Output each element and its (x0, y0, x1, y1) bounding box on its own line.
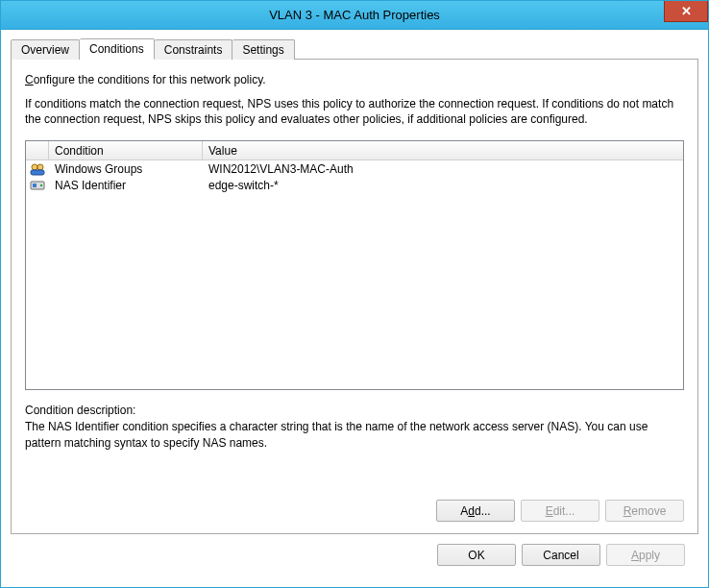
remove-button: Remove (605, 500, 684, 522)
tab-settings-label: Settings (242, 43, 283, 57)
tab-overview[interactable]: Overview (11, 39, 80, 60)
cancel-button[interactable]: Cancel (522, 544, 600, 566)
window-title: VLAN 3 - MAC Auth Properties (1, 8, 708, 22)
tab-panel-conditions: Configure the conditions for this networ… (11, 59, 698, 534)
tab-overview-label: Overview (21, 43, 69, 57)
intro-line-1-rest: onfigure the conditions for this network… (34, 73, 266, 86)
cancel-button-label: Cancel (543, 549, 578, 562)
cell-condition: Windows Groups (49, 162, 203, 176)
intro-line-1: Configure the conditions for this networ… (25, 73, 684, 86)
svg-point-0 (32, 164, 37, 170)
nas-icon (26, 178, 49, 193)
apply-button: Apply (606, 544, 685, 566)
ok-button[interactable]: OK (437, 544, 516, 566)
conditions-list[interactable]: Condition Value Windows Groups WIN2012\V… (25, 140, 684, 390)
tab-conditions[interactable]: Conditions (80, 38, 155, 60)
svg-rect-4 (33, 184, 37, 187)
ok-button-label: OK (468, 549, 484, 562)
intro-mnemonic: C (25, 73, 34, 86)
conditions-list-header: Condition Value (26, 141, 683, 160)
dialog-buttons-row: OK Cancel Apply (11, 534, 698, 577)
client-area: Overview Conditions Constraints Settings… (1, 30, 708, 587)
tab-constraints-label: Constraints (164, 43, 223, 57)
title-bar: VLAN 3 - MAC Auth Properties ✕ (1, 1, 708, 30)
cell-value: WIN2012\VLAN3-MAC-Auth (203, 162, 683, 176)
svg-rect-2 (31, 170, 44, 175)
svg-point-1 (37, 164, 43, 170)
cell-condition: NAS Identifier (49, 179, 203, 192)
table-row[interactable]: NAS Identifier edge-switch-* (26, 177, 683, 193)
properties-dialog: VLAN 3 - MAC Auth Properties ✕ Overview … (0, 0, 709, 588)
tab-settings[interactable]: Settings (232, 39, 294, 60)
svg-point-5 (40, 184, 42, 186)
header-value[interactable]: Value (203, 141, 683, 159)
tab-conditions-label: Conditions (89, 42, 144, 56)
groups-icon (26, 161, 49, 177)
cell-value: edge-switch-* (203, 179, 683, 192)
condition-description-area: Condition description: The NAS Identifie… (25, 404, 684, 465)
close-icon: ✕ (681, 4, 692, 18)
tab-constraints[interactable]: Constraints (155, 39, 233, 60)
add-button[interactable]: Add... (436, 500, 515, 522)
condition-description-text: The NAS Identifier condition specifies a… (25, 419, 684, 450)
conditions-list-body: Windows Groups WIN2012\VLAN3-MAC-Auth NA… (26, 160, 683, 389)
condition-buttons-row: Add... Edit... Remove (25, 500, 684, 522)
edit-button: Edit... (521, 500, 599, 522)
header-icon[interactable] (26, 141, 49, 159)
intro-line-2: If conditions match the connection reque… (25, 96, 684, 127)
table-row[interactable]: Windows Groups WIN2012\VLAN3-MAC-Auth (26, 160, 683, 177)
close-button[interactable]: ✕ (664, 1, 708, 22)
header-condition[interactable]: Condition (49, 141, 203, 159)
tab-strip: Overview Conditions Constraints Settings (11, 37, 698, 59)
condition-description-label: Condition description: (25, 404, 684, 417)
